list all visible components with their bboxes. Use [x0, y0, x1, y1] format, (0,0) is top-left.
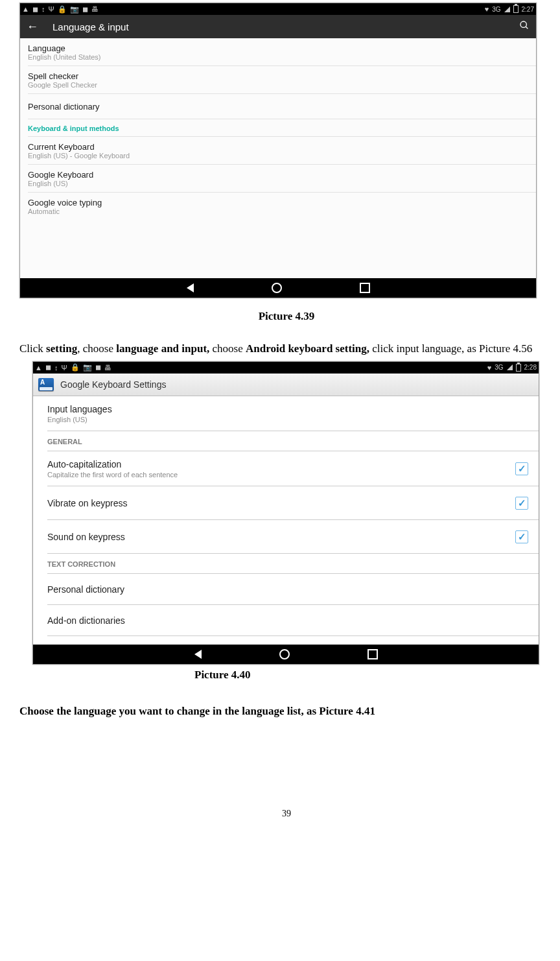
list-item[interactable]: Personal dictionary	[47, 574, 539, 605]
battery-icon	[513, 5, 519, 13]
item-title: Personal dictionary	[28, 102, 536, 112]
item-sub: English (United States)	[28, 53, 536, 61]
body-paragraph: Click setting, choose language and input…	[19, 340, 554, 359]
item-sub: English (US)	[28, 180, 536, 187]
item-sub: English (US) - Google Keyboard	[28, 152, 536, 160]
section-header: GENERAL	[47, 431, 539, 451]
page-number: 39	[19, 809, 554, 819]
wifi-icon: ♥	[487, 364, 492, 372]
nav-recent-icon[interactable]	[368, 649, 378, 659]
keyboard-app-icon: A	[38, 378, 54, 391]
figure-caption: Picture 4.39	[19, 310, 554, 323]
status-icon: 🖶	[104, 364, 111, 372]
section-header: Keyboard & input methods	[28, 119, 536, 137]
list-item[interactable]: Google voice typing Automatic	[28, 193, 536, 220]
item-title: Sound on keypress	[47, 532, 515, 542]
item-title: Input languages	[47, 404, 531, 414]
list-item[interactable]: Input languages English (US)	[47, 396, 539, 431]
status-icon: 🖶	[91, 5, 99, 13]
list-item[interactable]: Vibrate on keypress ✓	[47, 486, 539, 520]
signal-icon	[504, 6, 510, 12]
list-item[interactable]: Auto-capitalization Capitalize the first…	[47, 451, 539, 486]
status-icon: Ψ	[48, 5, 54, 13]
app-bar: A Google Keyboard Settings	[33, 374, 539, 396]
status-icon: 📷	[83, 363, 92, 372]
battery-icon	[516, 364, 521, 372]
nav-back-icon[interactable]	[187, 283, 194, 292]
status-icon: ◼	[32, 5, 38, 14]
clock: 2:27	[522, 6, 534, 13]
nav-bar	[20, 278, 536, 298]
item-sub: Capitalize the first word of each senten…	[47, 471, 515, 479]
item-sub: Google Spell Checker	[28, 81, 536, 89]
status-bar: ▲ ◼ ↕ Ψ 🔒 📷 ◼ 🖶 ♥ 3G 2:27	[20, 3, 536, 15]
item-title: Current Keyboard	[28, 142, 536, 152]
status-icon: 🔒	[58, 5, 67, 14]
clock: 2:28	[524, 364, 537, 371]
instruction-text: Choose the language you want to change i…	[19, 705, 554, 718]
search-icon[interactable]	[519, 20, 530, 33]
status-icon: ◼	[45, 363, 51, 372]
status-icon: ↕	[54, 364, 58, 372]
app-bar-title: Language & input	[52, 21, 129, 32]
screenshot-keyboard-settings: ▲ ◼ ↕ Ψ 🔒 📷 ◼ 🖶 ♥ 3G 2:28 A Google Keybo…	[32, 361, 539, 665]
list-item[interactable]: Google Keyboard English (US)	[28, 165, 536, 193]
list-item[interactable]: Language English (United States)	[28, 38, 536, 66]
nav-home-icon[interactable]	[272, 283, 282, 293]
list-item[interactable]: Personal dictionary	[28, 94, 536, 119]
status-icon: ▲	[22, 5, 29, 13]
settings-list: Language English (United States) Spell c…	[20, 38, 536, 220]
item-title: Auto-capitalization	[47, 459, 515, 469]
item-sub: Automatic	[28, 208, 536, 215]
wifi-icon: ♥	[485, 5, 489, 13]
checkbox-icon[interactable]: ✓	[515, 530, 528, 543]
list-item[interactable]: Add-on dictionaries	[47, 605, 539, 636]
nav-back-icon[interactable]	[194, 650, 202, 659]
item-title: Google Keyboard	[28, 170, 536, 180]
network-label: 3G	[492, 6, 500, 13]
app-bar-title: Google Keyboard Settings	[60, 379, 166, 390]
svg-point-0	[520, 21, 526, 27]
nav-recent-icon[interactable]	[360, 283, 370, 293]
list-item[interactable]: Spell checker Google Spell Checker	[28, 66, 536, 94]
svg-line-1	[526, 27, 528, 29]
item-title: Google voice typing	[28, 198, 536, 208]
item-title: Spell checker	[28, 71, 536, 81]
status-icon: Ψ	[61, 364, 67, 372]
list-item[interactable]: Current Keyboard English (US) - Google K…	[28, 137, 536, 165]
app-bar: ← Language & input	[20, 15, 536, 38]
nav-home-icon[interactable]	[279, 649, 290, 659]
nav-bar	[33, 645, 539, 664]
checkbox-icon[interactable]: ✓	[515, 462, 528, 475]
status-icon: 📷	[70, 5, 79, 14]
status-icon: ◼	[95, 363, 101, 372]
status-icon: ▲	[35, 364, 42, 372]
item-title: Personal dictionary	[47, 584, 531, 595]
status-icon: ↕	[41, 5, 45, 13]
network-label: 3G	[495, 364, 503, 371]
status-icon: ◼	[82, 5, 88, 14]
screenshot-language-input: ▲ ◼ ↕ Ψ 🔒 📷 ◼ 🖶 ♥ 3G 2:27 ← Language & i…	[19, 3, 537, 298]
item-title: Language	[28, 43, 536, 53]
item-title: Vibrate on keypress	[47, 498, 515, 508]
figure-caption: Picture 4.40	[194, 669, 554, 682]
list-item[interactable]: Sound on keypress ✓	[47, 520, 539, 554]
back-icon[interactable]: ←	[27, 20, 38, 34]
settings-list: Input languages English (US) GENERAL Aut…	[33, 396, 539, 641]
signal-icon	[507, 364, 513, 370]
status-icon: 🔒	[71, 363, 80, 372]
checkbox-icon[interactable]: ✓	[515, 497, 528, 510]
item-sub: English (US)	[47, 416, 531, 423]
item-title: Add-on dictionaries	[47, 615, 531, 626]
section-header: TEXT CORRECTION	[47, 554, 539, 574]
list-item[interactable]	[47, 636, 539, 641]
status-bar: ▲ ◼ ↕ Ψ 🔒 📷 ◼ 🖶 ♥ 3G 2:28	[33, 362, 539, 374]
